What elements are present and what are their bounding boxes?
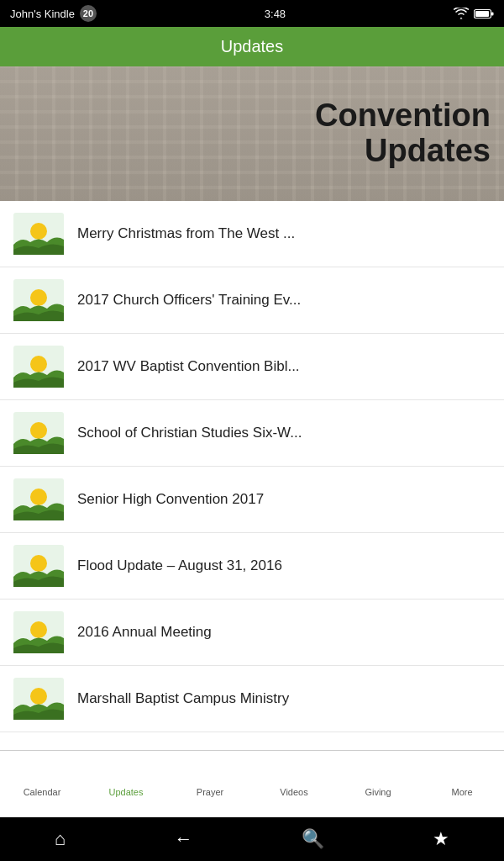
article-icon — [13, 611, 64, 653]
list-item[interactable]: School of Christian Studies Six-W... — [0, 400, 504, 467]
list-item-text: 2017 WV Baptist Convention Bibl... — [77, 357, 300, 376]
battery-icon — [474, 8, 494, 19]
notification-badge: 20 — [80, 5, 97, 22]
article-icon — [13, 213, 64, 255]
status-bar: John's Kindle 20 3:48 — [0, 0, 504, 27]
article-icon — [13, 545, 64, 587]
list-item[interactable]: 2016 Annual Meeting — [0, 600, 504, 666]
nav-item-prayer[interactable]: Prayer — [168, 751, 252, 817]
svg-point-4 — [30, 223, 47, 240]
list-item-text: Senior High Convention 2017 — [77, 490, 264, 509]
status-left: John's Kindle 20 — [10, 5, 97, 22]
svg-point-6 — [30, 289, 47, 306]
article-icon — [13, 279, 64, 321]
list-item-text: 2017 Church Officers' Training Ev... — [77, 291, 301, 309]
list-item[interactable]: 2017 WV Baptist Convention Bibl... — [0, 334, 504, 400]
status-time: 3:48 — [265, 8, 286, 20]
article-icon — [13, 678, 64, 720]
nav-label-videos: Videos — [280, 787, 307, 797]
svg-point-14 — [30, 555, 47, 572]
page-header: Updates — [0, 27, 504, 66]
nav-item-calendar[interactable]: Calendar — [0, 751, 84, 817]
list-item[interactable]: Senior High Convention 2017 — [0, 467, 504, 533]
list-item-text: School of Christian Studies Six-W... — [77, 424, 302, 442]
list-item-text: Marshall Baptist Campus Ministry — [77, 689, 289, 708]
list-item-text: Merry Christmas from The West ... — [77, 224, 295, 243]
bookmark-button[interactable]: ★ — [433, 828, 449, 850]
nav-label-giving: Giving — [365, 787, 391, 797]
page-title: Updates — [221, 37, 284, 55]
wifi-icon — [454, 8, 469, 19]
nav-item-more[interactable]: More — [420, 751, 504, 817]
svg-rect-1 — [475, 11, 489, 17]
bottom-navigation: Calendar Updates Prayer Videos Giving Mo… — [0, 750, 504, 817]
news-list: Merry Christmas from The West ...2017 Ch… — [0, 201, 504, 750]
hero-line1: Convention — [315, 98, 491, 133]
nav-item-videos[interactable]: Videos — [252, 751, 336, 817]
article-icon — [13, 346, 64, 388]
nav-label-calendar: Calendar — [24, 787, 61, 797]
nav-item-updates[interactable]: Updates — [84, 751, 168, 817]
svg-point-16 — [30, 621, 47, 638]
search-button[interactable]: 🔍 — [302, 828, 324, 850]
svg-point-12 — [30, 489, 47, 505]
list-item[interactable]: 2017 Church Officers' Training Ev... — [0, 267, 504, 334]
nav-label-more: More — [451, 787, 472, 797]
svg-point-10 — [30, 422, 47, 439]
back-button[interactable]: ← — [174, 828, 192, 850]
svg-point-18 — [30, 688, 47, 705]
hero-banner: Convention Updates — [0, 66, 504, 201]
article-icon — [13, 478, 64, 520]
list-item[interactable]: Merry Christmas from The West ... — [0, 201, 504, 267]
system-bar: ⌂ ← 🔍 ★ — [0, 817, 504, 861]
hero-line2: Updates — [365, 133, 491, 168]
list-item[interactable]: Flood Update – August 31, 2016 — [0, 533, 504, 600]
status-icons — [454, 8, 494, 19]
list-item[interactable]: Marshall Baptist Campus Ministry — [0, 666, 504, 732]
svg-rect-2 — [491, 12, 494, 15]
article-icon — [13, 412, 64, 454]
list-item-text: 2016 Annual Meeting — [77, 623, 212, 642]
nav-label-prayer: Prayer — [197, 787, 223, 797]
device-name: John's Kindle — [10, 8, 75, 20]
home-button[interactable]: ⌂ — [55, 828, 66, 850]
hero-text: Convention Updates — [315, 98, 491, 169]
nav-item-giving[interactable]: Giving — [336, 751, 420, 817]
list-item-text: Flood Update – August 31, 2016 — [77, 557, 282, 575]
svg-point-8 — [30, 356, 47, 372]
nav-label-updates: Updates — [109, 787, 144, 797]
